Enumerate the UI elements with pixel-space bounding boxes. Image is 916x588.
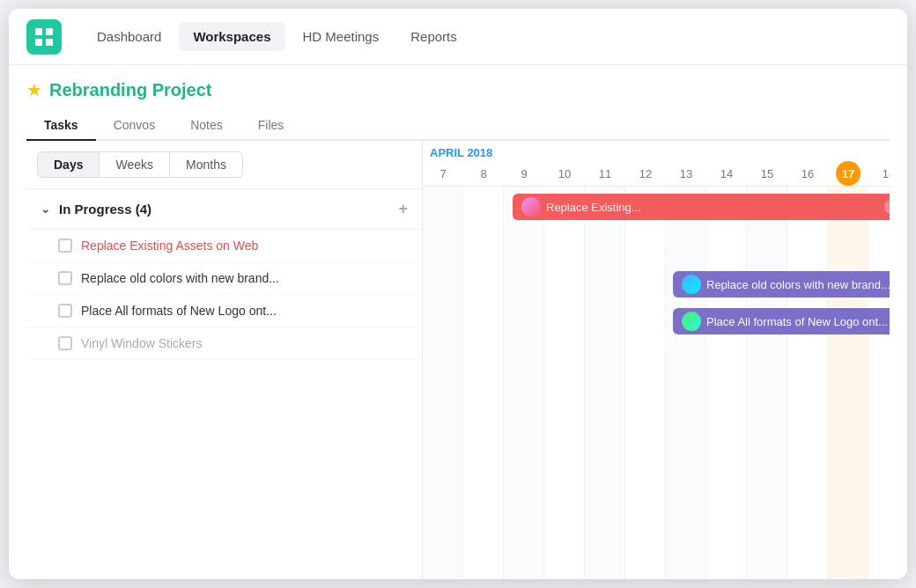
task-checkbox-3[interactable] <box>58 336 72 350</box>
task-row: Replace old colors with new brand... <box>26 262 422 295</box>
day-cell: 14 <box>706 164 747 184</box>
app-window: Dashboard Workspaces HD Meetings Reports… <box>9 9 907 579</box>
svg-rect-2 <box>35 39 42 46</box>
gantt-col <box>706 187 747 579</box>
month-label: APRIL 2018 <box>430 146 492 159</box>
tab-convos[interactable]: Convos <box>96 111 173 141</box>
gantt-col <box>463 187 504 579</box>
chevron-down-icon[interactable]: ⌄ <box>41 202 50 216</box>
gantt-col <box>747 187 787 579</box>
day-cell: 10 <box>544 164 585 184</box>
gantt-col <box>423 187 463 579</box>
gantt-col <box>504 187 544 579</box>
gantt-grid <box>423 187 890 579</box>
task-name-0[interactable]: Replace Existing Assets on Web <box>81 239 408 253</box>
group-header: ⌄ In Progress (4) + <box>26 189 422 230</box>
today-day-cell: 17 <box>836 161 861 186</box>
day-cell-wrap: 17 <box>828 161 868 186</box>
gantt-col <box>544 187 585 579</box>
task-checkbox-0[interactable] <box>58 239 72 253</box>
nav-item-workspaces[interactable]: Workspaces <box>179 22 284 51</box>
task-row: Place All formats of New Logo ont... <box>26 295 422 327</box>
svg-rect-3 <box>46 39 53 46</box>
tab-notes[interactable]: Notes <box>173 111 240 141</box>
gantt-col <box>625 187 666 579</box>
gantt-col <box>828 187 868 579</box>
logo-icon <box>33 26 55 48</box>
day-cell-wrap: 9 <box>504 164 544 184</box>
day-cell: 18 <box>868 164 890 184</box>
day-cell: 12 <box>625 164 666 184</box>
top-nav: Dashboard Workspaces HD Meetings Reports <box>9 9 907 65</box>
day-cell-wrap: 15 <box>747 164 787 184</box>
day-cell-wrap: 16 <box>787 164 828 184</box>
star-icon[interactable]: ★ <box>26 79 42 100</box>
day-cell: 11 <box>585 164 625 184</box>
day-cell: 9 <box>504 164 544 184</box>
gantt-col <box>585 187 625 579</box>
task-row: Vinyl Window Stickers <box>26 327 422 360</box>
view-months-button[interactable]: Months <box>170 151 243 178</box>
gantt-col <box>666 187 706 579</box>
task-list: Replace Existing Assets on Web Replace o… <box>26 230 422 579</box>
nav-item-reports[interactable]: Reports <box>396 22 471 51</box>
gantt-header: APRIL 2018 789101112131415161718192021 <box>423 141 890 187</box>
add-task-icon[interactable]: + <box>398 200 408 218</box>
day-cell-wrap: 14 <box>706 164 747 184</box>
content-area: ★ Rebranding Project Tasks Convos Notes … <box>9 65 907 579</box>
task-checkbox-1[interactable] <box>58 271 72 285</box>
gantt-col <box>868 187 890 579</box>
main-nav: Dashboard Workspaces HD Meetings Reports <box>83 22 471 51</box>
day-cell-wrap: 11 <box>585 164 625 184</box>
app-logo <box>26 19 62 55</box>
day-cell: 15 <box>747 164 787 184</box>
day-cell-wrap: 7 <box>423 164 463 184</box>
day-cell: 13 <box>666 164 706 184</box>
task-name-1[interactable]: Replace old colors with new brand... <box>81 271 408 285</box>
task-row: Replace Existing Assets on Web <box>26 230 422 262</box>
nav-item-dashboard[interactable]: Dashboard <box>83 22 175 51</box>
gantt-container: Days Weeks Months ⌄ In Progress (4) + Re… <box>26 141 890 579</box>
left-panel: Days Weeks Months ⌄ In Progress (4) + Re… <box>26 141 423 579</box>
task-name-3[interactable]: Vinyl Window Stickers <box>81 336 408 350</box>
month-row: APRIL 2018 <box>423 141 890 161</box>
tab-tasks[interactable]: Tasks <box>26 111 96 141</box>
task-name-2[interactable]: Place All formats of New Logo ont... <box>81 304 408 318</box>
sub-tabs: Tasks Convos Notes Files <box>26 111 890 141</box>
svg-rect-1 <box>46 28 53 35</box>
day-row: 789101112131415161718192021 <box>423 161 890 186</box>
day-cell: 7 <box>423 164 463 184</box>
nav-item-hd-meetings[interactable]: HD Meetings <box>289 22 394 51</box>
tab-files[interactable]: Files <box>240 111 302 141</box>
day-cell: 8 <box>463 164 504 184</box>
project-title: Rebranding Project <box>49 80 211 100</box>
view-days-button[interactable]: Days <box>37 151 100 178</box>
view-weeks-button[interactable]: Weeks <box>100 151 170 178</box>
view-controls: Days Weeks Months <box>26 141 422 189</box>
group-title: In Progress (4) <box>59 202 398 217</box>
day-cell-wrap: 8 <box>463 164 504 184</box>
right-panel: APRIL 2018 789101112131415161718192021 R… <box>423 141 890 579</box>
day-cell-wrap: 13 <box>666 164 706 184</box>
project-header: ★ Rebranding Project <box>26 79 890 100</box>
day-cell: 16 <box>787 164 828 184</box>
svg-rect-0 <box>35 28 42 35</box>
gantt-body: Replace Existing...+2Replace old colors … <box>423 187 890 579</box>
task-checkbox-2[interactable] <box>58 304 72 318</box>
day-cell-wrap: 12 <box>625 164 666 184</box>
gantt-col <box>787 187 828 579</box>
day-cell-wrap: 18 <box>868 164 890 184</box>
day-cell-wrap: 10 <box>544 164 585 184</box>
